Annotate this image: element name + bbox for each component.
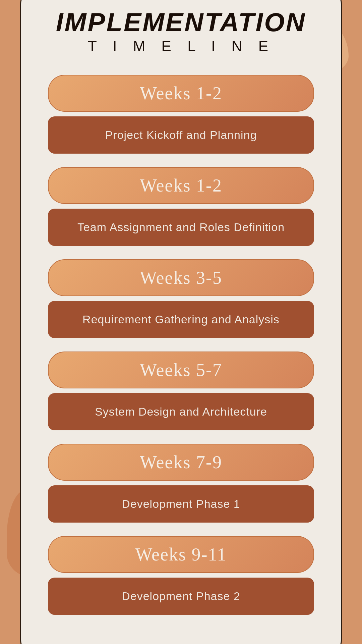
week-badge: Weeks 5-7 [48,352,314,388]
timeline-item: Weeks 9-11 Development Phase 2 [48,536,314,615]
task-label: System Design and Architecture [95,405,267,418]
week-label: Weeks 1-2 [140,83,222,103]
task-badge: System Design and Architecture [48,393,314,430]
task-label: Project Kickoff and Planning [105,128,257,141]
week-badge: Weeks 7-9 [48,444,314,481]
page-title-sub: T I M E L I N E [88,38,274,55]
timeline-item: Weeks 5-7 System Design and Architecture [48,352,314,430]
task-label: Development Phase 1 [122,497,240,510]
timeline-list: Weeks 1-2 Project Kickoff and Planning W… [48,75,314,628]
task-badge: Team Assignment and Roles Definition [48,209,314,246]
timeline-item: Weeks 1-2 Project Kickoff and Planning [48,75,314,154]
task-label: Requirement Gathering and Analysis [82,313,280,326]
week-badge: Weeks 1-2 [48,167,314,204]
week-label: Weeks 7-9 [140,452,222,472]
timeline-item: Weeks 3-5 Requirement Gathering and Anal… [48,259,314,338]
task-label: Team Assignment and Roles Definition [77,221,285,233]
task-badge: Development Phase 1 [48,485,314,523]
week-label: Weeks 9-11 [135,544,227,565]
task-badge: Development Phase 2 [48,578,314,615]
week-label: Weeks 5-7 [140,360,222,380]
timeline-item: Weeks 1-2 Team Assignment and Roles Defi… [48,167,314,246]
week-badge: Weeks 3-5 [48,259,314,296]
page-title-main: IMPLEMENTATION [56,9,306,35]
week-label: Weeks 3-5 [140,268,222,288]
week-label: Weeks 1-2 [140,175,222,196]
timeline-item: Weeks 7-9 Development Phase 1 [48,444,314,523]
week-badge: Weeks 9-11 [48,536,314,573]
main-card: IMPLEMENTATION T I M E L I N E Weeks 1-2… [20,0,342,644]
task-label: Development Phase 2 [122,590,240,602]
task-badge: Project Kickoff and Planning [48,116,314,154]
task-badge: Requirement Gathering and Analysis [48,301,314,338]
week-badge: Weeks 1-2 [48,75,314,112]
